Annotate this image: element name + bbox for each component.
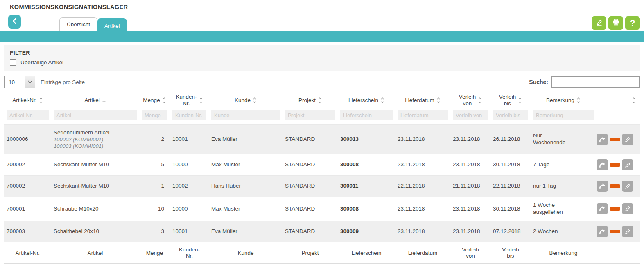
return-arrow-icon[interactable] [597, 226, 608, 237]
edit-pencil-icon[interactable] [622, 134, 633, 145]
cell-verleih_bis: 22.11.2018 [490, 176, 531, 197]
remove-minus-icon[interactable] [610, 184, 620, 188]
edit-pencil-icon[interactable] [622, 203, 633, 214]
filter-input-artikel[interactable] [54, 110, 137, 120]
cell-kunde: Hans Huber [209, 176, 282, 197]
tab-artikel[interactable]: Artikel [97, 18, 127, 33]
table-row: 700002Sechskant-Mutter M10510000Max Must… [4, 154, 640, 176]
filter-cell-actions [596, 109, 640, 125]
remove-minus-icon[interactable] [610, 207, 620, 211]
cell-kunden_nr: 10001 [170, 125, 209, 154]
return-arrow-icon[interactable] [597, 134, 608, 145]
remark-text: 7 Tage [533, 161, 549, 168]
cell-verleih_von: 21.11.2018 [450, 176, 490, 197]
overdue-checkbox[interactable] [10, 59, 16, 66]
cell-lieferdatum: 23.11.2018 [395, 197, 450, 221]
back-button[interactable] [8, 15, 21, 29]
cell-actions [596, 176, 640, 197]
help-button[interactable]: ? [625, 16, 640, 30]
edit-button[interactable] [592, 16, 606, 30]
chevron-left-icon [12, 18, 17, 26]
cell-bemerkung: 1 Woche ausgeliehen [531, 197, 596, 221]
remove-minus-icon[interactable] [610, 163, 620, 167]
filter-cell-projekt [282, 109, 338, 125]
column-header-kunde[interactable]: Kunde [209, 91, 282, 110]
filter-input-bemerkung[interactable] [533, 110, 594, 120]
edit-pencil-icon[interactable] [622, 181, 633, 192]
header-row: Übersicht Artikel [0, 13, 644, 31]
help-icon: ? [630, 18, 635, 28]
footer-column-kunden_nr: Kunden-Nr. [170, 242, 209, 263]
column-label: Projekt [298, 97, 316, 104]
toolbar: ? [592, 16, 640, 30]
cell-actions [596, 125, 640, 154]
tab-uebersicht[interactable]: Übersicht [59, 17, 97, 31]
footer-column-bemerkung: Bemerkung [531, 242, 596, 263]
page-size-select[interactable]: 10 [4, 76, 35, 88]
cell-lieferschein: 300009 [338, 221, 395, 242]
cell-menge: 5 [139, 154, 170, 176]
remove-minus-icon[interactable] [610, 230, 620, 233]
column-header-verleih_von[interactable]: Verleihvon [450, 91, 490, 110]
column-header-lieferschein[interactable]: Lieferschein [338, 91, 395, 110]
sort-desc-icon [102, 96, 106, 104]
cell-artikel: Seriennummern Artikel100002 (KOMMI001),1… [51, 125, 139, 154]
footer-column-actions [596, 242, 640, 263]
remove-minus-icon[interactable] [610, 138, 620, 141]
edit-pencil-icon[interactable] [622, 159, 633, 170]
column-header-verleih_bis[interactable]: Verleihbis [490, 91, 531, 110]
sort-icon [478, 96, 482, 104]
cell-actions [596, 221, 640, 242]
filter-cell-bemerkung [531, 109, 596, 125]
cell-kunde: Max Muster [209, 197, 282, 221]
article-name: Schraube M10x20 [54, 206, 137, 213]
tab-bar: Übersicht Artikel [59, 17, 127, 31]
cell-verleih_von: 23.11.2018 [450, 154, 490, 176]
return-arrow-icon[interactable] [597, 159, 608, 170]
sort-icon [162, 96, 166, 104]
footer-column-kunde: Kunde [209, 242, 282, 263]
filter-input-verleih_von[interactable] [453, 110, 488, 120]
filter-input-lieferschein[interactable] [340, 110, 393, 120]
filter-input-menge[interactable] [142, 110, 167, 120]
footer-column-lieferdatum: Lieferdatum [395, 242, 450, 263]
overdue-label: Überfällige Artikel [20, 59, 63, 66]
search-input[interactable] [551, 76, 640, 88]
edit-pencil-icon[interactable] [622, 226, 633, 237]
column-header-artikel_nr[interactable]: Artikel-Nr. [4, 91, 51, 110]
column-header-lieferdatum[interactable]: Lieferdatum [395, 91, 450, 110]
filter-input-verleih_bis[interactable] [493, 110, 528, 120]
sort-icon [318, 96, 322, 104]
return-arrow-icon[interactable] [597, 181, 608, 192]
cell-lieferschein: 300008 [338, 197, 395, 221]
cell-lieferdatum: 23.11.2018 [395, 125, 450, 154]
remark-text: Nur Wochenende [533, 132, 571, 146]
filter-cell-kunde [209, 109, 282, 125]
article-serial: 100003 (KOMMI001) [54, 143, 137, 149]
search-label: Suche: [529, 79, 548, 85]
column-header-menge[interactable]: Menge [139, 91, 170, 110]
print-button[interactable] [608, 16, 623, 30]
column-header-actions[interactable] [596, 91, 640, 110]
cell-verleih_bis: 30.11.2018 [490, 154, 531, 176]
table-footer-row: Artikel-Nr.ArtikelMengeKunden-Nr.KundePr… [4, 242, 640, 263]
column-header-bemerkung[interactable]: Bemerkung [531, 91, 596, 110]
return-arrow-icon[interactable] [597, 203, 608, 214]
column-header-projekt[interactable]: Projekt [282, 91, 338, 110]
filter-input-kunden_nr[interactable] [172, 110, 206, 120]
article-name: Sechskant-Mutter M10 [54, 161, 137, 168]
column-header-artikel[interactable]: Artikel [51, 91, 139, 110]
edit-pencil-icon [595, 18, 603, 28]
overdue-filter: Überfällige Artikel [10, 59, 634, 66]
filter-input-kunde[interactable] [211, 110, 280, 120]
column-header-kunden_nr[interactable]: Kunden-Nr. [170, 91, 209, 110]
sort-icon [436, 96, 441, 104]
filter-cell-verleih_von [450, 109, 490, 125]
row-actions [599, 159, 637, 170]
filter-input-artikel_nr[interactable] [7, 110, 49, 120]
cell-lieferschein: 300013 [338, 125, 395, 154]
cell-artikel_nr: 700003 [4, 221, 51, 242]
filter-input-projekt[interactable] [285, 110, 335, 120]
cell-bemerkung: nur 1 Tag [531, 176, 596, 197]
filter-input-lieferdatum[interactable] [398, 110, 448, 120]
